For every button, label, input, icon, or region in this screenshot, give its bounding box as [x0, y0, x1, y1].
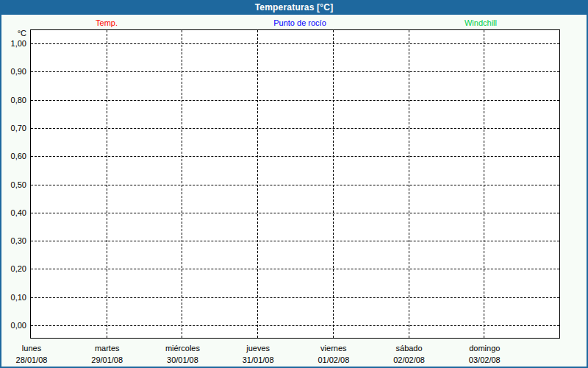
- h-gridline: [31, 297, 559, 298]
- x-day-label: sábado: [396, 344, 423, 353]
- h-gridline: [31, 325, 559, 326]
- h-gridline: [31, 269, 559, 269]
- y-tick-label: 0,30: [1, 236, 26, 245]
- legend-item: Temp.: [96, 18, 118, 27]
- v-gridline: [409, 30, 409, 338]
- x-day-label: martes: [95, 344, 120, 353]
- h-gridline: [31, 241, 559, 241]
- chart-title: Temperaturas [°C]: [255, 2, 334, 13]
- x-date-label: 30/01/08: [167, 355, 198, 365]
- x-day-label: viernes: [320, 344, 346, 353]
- y-tick-label: 1,00: [1, 39, 26, 48]
- h-gridline: [31, 43, 559, 44]
- x-day-label: jueves: [246, 344, 270, 353]
- x-day-label: miércoles: [165, 344, 200, 353]
- v-gridline: [107, 30, 107, 338]
- y-axis-unit-label: °C: [1, 29, 26, 38]
- legend-item: Windchill: [465, 18, 497, 27]
- y-tick-label: 0,10: [1, 293, 26, 302]
- x-date-label: 03/02/08: [469, 355, 501, 365]
- x-date-label: 28/01/08: [16, 355, 48, 365]
- h-gridline: [31, 156, 559, 157]
- x-day-label: lunes: [22, 344, 41, 353]
- x-date-label: 29/01/08: [91, 355, 123, 365]
- h-gridline: [31, 213, 559, 213]
- y-tick-label: 0,90: [1, 67, 26, 76]
- y-tick-label: 0,00: [1, 321, 26, 330]
- x-date-label: 02/02/08: [393, 355, 425, 365]
- x-date-label: 31/01/08: [243, 355, 274, 365]
- y-tick-label: 0,70: [1, 124, 26, 132]
- h-gridline: [31, 185, 559, 185]
- chart-window: Temperaturas [°C] Temp.Punto de rocíoWin…: [0, 0, 588, 368]
- v-gridline: [333, 30, 334, 338]
- y-tick-label: 0,40: [1, 208, 26, 217]
- y-tick-label: 0,50: [1, 180, 26, 189]
- y-tick-label: 0,80: [1, 96, 26, 105]
- h-gridline: [31, 71, 559, 72]
- y-tick-label: 0,60: [1, 152, 26, 160]
- v-gridline: [257, 30, 258, 338]
- x-date-label: 01/02/08: [318, 355, 349, 365]
- v-gridline: [484, 30, 484, 338]
- v-gridline: [182, 30, 182, 338]
- title-bar: Temperaturas [°C]: [0, 0, 588, 15]
- h-gridline: [31, 128, 559, 129]
- h-gridline: [31, 100, 559, 101]
- y-tick-label: 0,20: [1, 264, 26, 273]
- x-day-label: domingo: [469, 344, 500, 353]
- plot-area: [30, 29, 560, 339]
- legend-item: Punto de rocío: [273, 18, 326, 27]
